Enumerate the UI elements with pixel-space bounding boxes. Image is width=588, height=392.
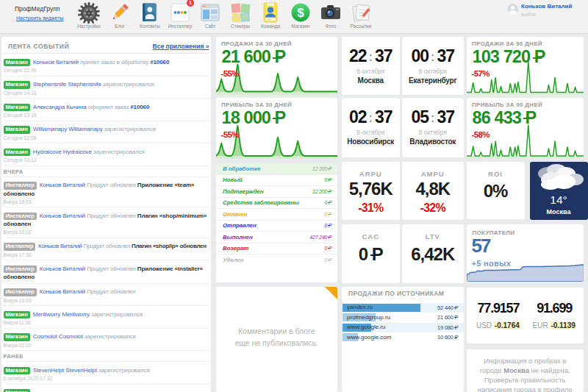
svg-text:$: $ xyxy=(297,6,304,20)
